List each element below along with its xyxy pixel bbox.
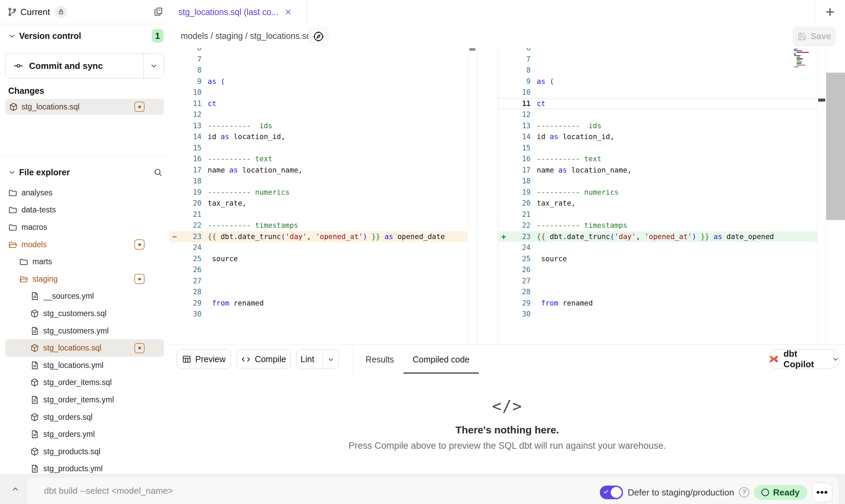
code-line-right-11[interactable]: 11ct <box>499 98 825 109</box>
code-line-left-28[interactable]: 28 <box>169 286 468 298</box>
tree-item-stg-products-yml[interactable]: stg_products.yml <box>5 460 164 474</box>
status-badge[interactable]: Ready <box>754 485 807 500</box>
code-line-right-12[interactable]: 12 <box>499 109 825 120</box>
code-line-right-22[interactable]: 22---------- timestamps <box>499 220 825 231</box>
tab-results[interactable]: Results <box>366 345 394 374</box>
code-line-right-17[interactable]: 17name as location_name, <box>499 165 825 176</box>
lint-button[interactable]: Lint <box>296 350 339 369</box>
tree-item-stg-customers-yml[interactable]: stg_customers.yml <box>5 322 164 340</box>
code-line-right-8[interactable]: 8 <box>499 65 825 76</box>
code-line-left-10[interactable]: 10 <box>169 87 468 98</box>
tree-item-marts[interactable]: marts <box>5 253 164 270</box>
code-line-right-16[interactable]: 16---------- text <box>499 153 825 165</box>
version-control-header[interactable]: Version control 1 <box>0 27 169 45</box>
scrollbar-thumb[interactable] <box>469 48 475 51</box>
code-line-left-17[interactable]: 17name as location_name, <box>169 165 468 176</box>
file-explorer-header[interactable]: File explorer <box>0 163 169 181</box>
code-line-right-25[interactable]: 25 source <box>499 253 825 265</box>
help-icon[interactable]: ? <box>739 487 749 498</box>
code-line-left-11[interactable]: 11ct <box>169 98 468 109</box>
code-line-right-30[interactable]: 30 <box>499 309 825 320</box>
left-panel-scrollbar[interactable] <box>468 48 477 344</box>
tree-item-data-tests[interactable]: data-tests <box>5 202 164 219</box>
code-line-left-14[interactable]: 14id as location_id, <box>169 131 468 143</box>
code-line-left-20[interactable]: 20tax_rate, <box>169 198 468 209</box>
preview-button[interactable]: Preview <box>177 350 231 369</box>
tab-compiled-code[interactable]: Compiled code <box>413 345 470 374</box>
code-line-right-19[interactable]: 19---------- numerics <box>499 187 825 198</box>
window-scrollbar[interactable] <box>826 73 845 220</box>
code-line-right-24[interactable]: 24 <box>499 242 825 253</box>
panel-divider[interactable] <box>476 48 499 344</box>
code-line-left-15[interactable]: 15 <box>169 143 468 154</box>
diff-panel-original[interactable]: 6789as (1011ct1213---------- ids14id as … <box>169 48 468 344</box>
code-line-left-19[interactable]: 19---------- numerics <box>169 187 468 198</box>
tab-stg-locations[interactable]: stg_locations.sql (last co... <box>169 0 307 24</box>
command-input[interactable]: dbt build --select <model_name> <box>44 477 173 504</box>
code-line-right-10[interactable]: 10 <box>499 87 825 98</box>
changed-file-row[interactable]: stg_locations.sql <box>5 99 164 115</box>
code-line-left-6[interactable]: 6 <box>169 48 468 54</box>
search-icon[interactable] <box>153 167 163 177</box>
code-line-left-13[interactable]: 13---------- ids <box>169 120 468 132</box>
code-line-left-27[interactable]: 27 <box>169 276 468 287</box>
code-line-left-29[interactable]: 29 from renamed <box>169 298 468 309</box>
tree-item-stg-order-items-yml[interactable]: stg_order_items.yml <box>5 391 164 409</box>
code-line-left-18[interactable]: 18 <box>169 176 468 187</box>
tree-item--sources-yml[interactable]: __sources.yml <box>5 288 164 305</box>
commit-and-sync-button[interactable]: Commit and sync <box>5 53 164 78</box>
commit-options-dropdown[interactable] <box>144 54 164 78</box>
code-line-right-26[interactable]: 26 <box>499 264 825 276</box>
tree-item-staging[interactable]: staging <box>5 270 164 288</box>
code-line-right-7[interactable]: 7 <box>499 54 825 65</box>
code-line-left-25[interactable]: 25 source <box>169 253 468 265</box>
code-line-right-20[interactable]: 20tax_rate, <box>499 198 825 209</box>
code-line-left-26[interactable]: 26 <box>169 264 468 276</box>
code-line-left-12[interactable]: 12 <box>169 109 468 120</box>
tree-item-stg-products-sql[interactable]: stg_products.sql <box>5 443 164 460</box>
compile-button[interactable]: Compile <box>237 350 291 369</box>
diff-panel-modified[interactable]: 6789as (1011ct1213---------- ids14id as … <box>499 48 825 344</box>
defer-toggle[interactable] <box>600 486 623 499</box>
code-line-right-13[interactable]: 13---------- ids <box>499 120 825 132</box>
tree-item-models[interactable]: models <box>5 236 164 253</box>
right-scroll-lane[interactable] <box>817 48 826 344</box>
code-line-left-23[interactable]: −23{{ dbt.date_trunc('day', 'opened_at')… <box>169 231 468 242</box>
tree-item-stg-order-items-sql[interactable]: stg_order_items.sql <box>5 374 164 391</box>
tree-item-stg-orders-sql[interactable]: stg_orders.sql <box>5 409 164 426</box>
code-line-left-8[interactable]: 8 <box>169 65 468 76</box>
tree-item-stg-customers-sql[interactable]: stg_customers.sql <box>5 305 164 322</box>
code-line-left-9[interactable]: 9as ( <box>169 76 468 87</box>
code-line-left-21[interactable]: 21 <box>169 209 468 220</box>
code-line-right-23[interactable]: +23{{ dbt.date_trunc('day', 'opened_at')… <box>499 231 825 242</box>
lineage-compass-button[interactable] <box>309 27 328 46</box>
tree-item-stg-locations-yml[interactable]: stg_locations.yml <box>5 357 164 374</box>
code-line-right-14[interactable]: 14id as location_id, <box>499 131 825 143</box>
code-line-left-30[interactable]: 30 <box>169 309 468 320</box>
code-line-left-7[interactable]: 7 <box>169 54 468 65</box>
dbt-copilot-button[interactable]: dbt Copilot <box>768 349 840 369</box>
code-line-left-16[interactable]: 16---------- text <box>169 153 468 165</box>
code-line-right-18[interactable]: 18 <box>499 176 825 187</box>
current-branch-label[interactable]: Current <box>20 7 50 17</box>
code-line-left-24[interactable]: 24 <box>169 242 468 253</box>
expand-command-bar-button[interactable] <box>7 474 24 504</box>
code-line-left-22[interactable]: 22---------- timestamps <box>169 220 468 231</box>
close-icon[interactable] <box>284 8 292 16</box>
code-line-right-9[interactable]: 9as ( <box>499 76 825 87</box>
overflow-menu-button[interactable]: ••• <box>812 483 832 502</box>
new-tab-button[interactable] <box>815 0 845 24</box>
code-minimap[interactable] <box>794 49 817 69</box>
code-line-right-6[interactable]: 6 <box>499 48 825 54</box>
code-line-right-27[interactable]: 27 <box>499 276 825 287</box>
code-line-right-28[interactable]: 28 <box>499 286 825 298</box>
tree-item-macros[interactable]: macros <box>5 219 164 236</box>
tree-item-stg-locations-sql[interactable]: stg_locations.sql <box>5 339 164 357</box>
save-button[interactable]: Save <box>793 27 836 46</box>
code-line-right-15[interactable]: 15 <box>499 143 825 154</box>
resize-handle[interactable] <box>818 99 825 102</box>
lint-options-dropdown[interactable] <box>323 350 339 369</box>
code-line-right-29[interactable]: 29 from renamed <box>499 298 825 309</box>
tree-item-stg-orders-yml[interactable]: stg_orders.yml <box>5 426 164 443</box>
copy-icon[interactable] <box>154 7 163 16</box>
